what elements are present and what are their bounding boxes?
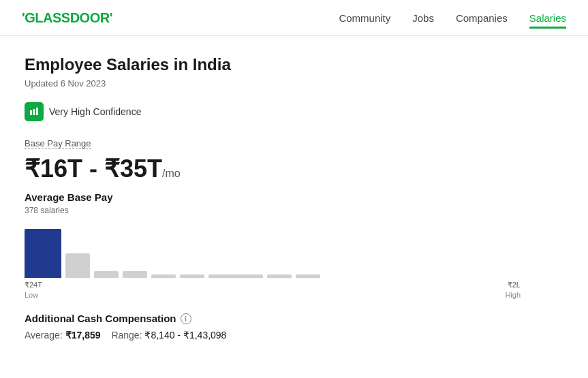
bar-1 [65,253,90,278]
base-pay-label: Base Pay Range [25,138,91,149]
info-icon[interactable]: i [181,313,191,324]
svg-rect-1 [33,109,35,115]
navbar: 'GLASSDOOR' Community Jobs Companies Sal… [0,0,588,36]
bar-4 [151,274,176,278]
salary-bar-chart [25,223,521,278]
pay-range: ₹16T - ₹35T/mo [25,155,521,183]
base-pay-section: Base Pay Range ₹16T - ₹35T/mo [25,138,521,183]
confidence-text: Very High Confidence [49,106,141,117]
bar-6 [208,274,263,278]
range-value: ₹8,140 - ₹1,43,098 [144,330,226,341]
bar-5 [180,274,204,278]
avg-value: ₹17,859 [65,330,101,341]
range-label: Range: [111,330,142,341]
bar-8 [296,274,320,278]
nav-item-companies[interactable]: Companies [456,12,508,24]
chart-low-value: ₹24T [25,281,42,289]
pay-range-value: ₹16T - ₹35T [25,155,162,183]
confidence-badge: Very High Confidence [25,102,521,121]
salaries-count: 378 salaries [25,206,521,215]
bar-2 [94,271,119,278]
per-mo: /mo [162,168,181,179]
avg-label: Average: [25,330,63,341]
bar-7 [267,274,292,278]
updated-date: Updated 6 Nov 2023 [25,78,521,89]
page-title: Employee Salaries in India [25,55,521,74]
nav-item-jobs[interactable]: Jobs [412,12,434,24]
chart-high-value: ₹2L [508,281,521,289]
bar-3 [123,271,147,278]
nav-item-community[interactable]: Community [339,12,390,24]
svg-rect-2 [36,108,38,115]
cash-details: Average: ₹17,859 Range: ₹8,140 - ₹1,43,0… [25,330,521,341]
bar-0 [25,229,61,278]
chart-axis-labels: ₹24T ₹2L [25,281,521,289]
main-content: Employee Salaries in India Updated 6 Nov… [0,36,545,360]
chart-low-label: Low [25,291,38,299]
avg-base-pay-label: Average Base Pay [25,191,521,203]
svg-rect-0 [30,110,32,115]
chart-range-labels: Low High [25,291,521,299]
chart-high-label: High [505,291,521,299]
nav-item-salaries[interactable]: Salaries [529,12,566,24]
logo[interactable]: 'GLASSDOOR' [22,10,112,26]
additional-cash-title: Additional Cash Compensation i [25,313,521,324]
confidence-icon [25,102,44,121]
